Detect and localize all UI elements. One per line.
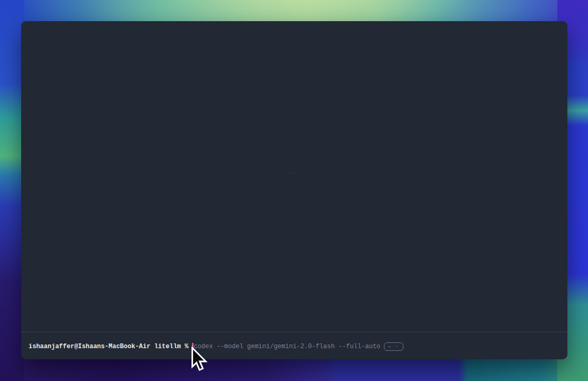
accept-suggestion-badge: → ·: [384, 342, 403, 351]
prompt-symbol: %: [185, 342, 188, 351]
prompt-separator-line: [21, 332, 567, 332]
autosuggestion-command: codex --model gemini/gemini-2.0-flash --…: [194, 342, 380, 351]
desktop: { "wallpaper": { "description": "macOS a…: [0, 0, 588, 381]
loading-indicator: ···: [288, 170, 301, 177]
terminal-output-area: ···: [21, 21, 567, 332]
prompt-user-host: ishaanjaffer@Ishaans-MacBook-Air: [29, 342, 150, 351]
shell-prompt-line[interactable]: ishaanjaffer@Ishaans-MacBook-Air litellm…: [29, 342, 562, 351]
terminal-window[interactable]: ··· ishaanjaffer@Ishaans-MacBook-Air lit…: [21, 21, 567, 359]
prompt-directory: litellm: [154, 342, 181, 351]
